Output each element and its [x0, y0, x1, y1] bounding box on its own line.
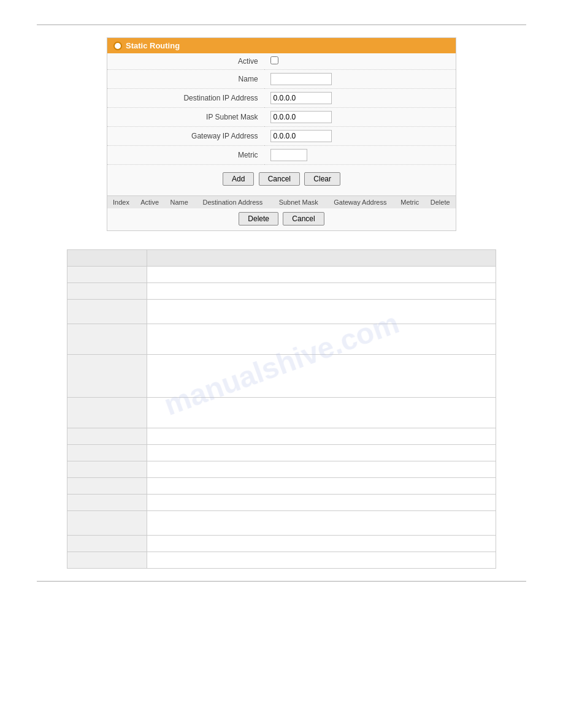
active-checkbox[interactable] [270, 56, 278, 64]
active-row: Active [107, 53, 456, 70]
ref-cell-14-2 [147, 552, 496, 569]
routing-list-table: Index Active Name Destination Address Su… [107, 195, 456, 208]
gateway-input[interactable] [270, 130, 332, 142]
ref-cell-2-1 [67, 283, 147, 300]
ref-cell-12-1 [67, 511, 147, 536]
ref-row-11 [67, 495, 496, 511]
ref-cell-13-2 [147, 536, 496, 552]
panel-title: Static Routing [126, 41, 180, 50]
ref-row-10 [67, 478, 496, 495]
ref-row-14 [67, 552, 496, 569]
ref-cell-11-2 [147, 495, 496, 511]
ref-cell-12-2 [147, 511, 496, 536]
ref-row-7 [67, 428, 496, 445]
metric-input[interactable] [270, 149, 307, 161]
active-value [264, 53, 456, 70]
ref-cell-5-2 [147, 355, 496, 398]
ref-cell-8-2 [147, 445, 496, 461]
dest-ip-row: Destination IP Address [107, 89, 456, 108]
ref-cell-4-1 [67, 324, 147, 355]
cancel-button[interactable]: Cancel [259, 172, 300, 186]
dest-ip-input[interactable] [270, 92, 332, 104]
ref-cell-1-1 [67, 267, 147, 283]
ref-cell-6-2 [147, 398, 496, 428]
ref-cell-9-1 [67, 461, 147, 478]
ref-cell-7-2 [147, 428, 496, 445]
ref-cell-10-2 [147, 478, 496, 495]
ref-cell-5-1 [67, 355, 147, 398]
ref-cell-3-2 [147, 300, 496, 324]
col-dest: Destination Address [194, 196, 272, 209]
name-row: Name [107, 70, 456, 89]
table-cancel-button[interactable]: Cancel [283, 212, 324, 226]
ref-cell-14-1 [67, 552, 147, 569]
col-subnet: Subnet Mask [272, 196, 326, 209]
add-button[interactable]: Add [223, 172, 254, 186]
metric-value [264, 146, 456, 165]
clear-button[interactable]: Clear [304, 172, 340, 186]
ref-row-2 [67, 283, 496, 300]
panel-header: Static Routing [107, 38, 456, 53]
ref-cell-9-2 [147, 461, 496, 478]
ref-row-4 [67, 324, 496, 355]
ref-row-13 [67, 536, 496, 552]
ref-cell-13-1 [67, 536, 147, 552]
col-gateway: Gateway Address [326, 196, 395, 209]
list-table-header: Index Active Name Destination Address Su… [107, 196, 456, 209]
top-divider [37, 25, 526, 25]
ref-row-1 [67, 267, 496, 283]
static-routing-panel: Static Routing Active Name Destination I… [107, 37, 456, 231]
col-name: Name [164, 196, 194, 209]
form-table: Active Name Destination IP Address IP Su… [107, 53, 456, 165]
gateway-row: Gateway IP Address [107, 127, 456, 146]
ref-header-row [67, 250, 496, 267]
subnet-row: IP Subnet Mask [107, 108, 456, 127]
reference-table [67, 249, 496, 569]
gateway-value [264, 127, 456, 146]
ref-header-col1 [67, 250, 147, 267]
delete-button-row: Delete Cancel [107, 208, 456, 230]
subnet-input[interactable] [270, 111, 332, 123]
ref-row-6 [67, 398, 496, 428]
col-active: Active [135, 196, 164, 209]
metric-row: Metric [107, 146, 456, 165]
name-label: Name [107, 70, 264, 89]
ref-header-col2 [147, 250, 496, 267]
subnet-value [264, 108, 456, 127]
ref-cell-3-1 [67, 300, 147, 324]
ref-cell-1-2 [147, 267, 496, 283]
ref-row-8 [67, 445, 496, 461]
panel-status-icon [113, 42, 122, 50]
ref-row-5 [67, 355, 496, 398]
reference-table-wrapper [67, 249, 496, 569]
ref-cell-7-1 [67, 428, 147, 445]
gateway-label: Gateway IP Address [107, 127, 264, 146]
col-metric: Metric [395, 196, 424, 209]
dest-ip-value [264, 89, 456, 108]
ref-row-3 [67, 300, 496, 324]
active-label: Active [107, 53, 264, 70]
name-input[interactable] [270, 73, 332, 85]
ref-cell-2-2 [147, 283, 496, 300]
ref-cell-6-1 [67, 398, 147, 428]
name-value [264, 70, 456, 89]
col-index: Index [107, 196, 135, 209]
ref-cell-10-1 [67, 478, 147, 495]
delete-button[interactable]: Delete [239, 212, 278, 226]
ref-cell-4-2 [147, 324, 496, 355]
form-button-row: Add Cancel Clear [107, 165, 456, 193]
subnet-label: IP Subnet Mask [107, 108, 264, 127]
ref-cell-11-1 [67, 495, 147, 511]
ref-cell-8-1 [67, 445, 147, 461]
ref-row-9 [67, 461, 496, 478]
ref-row-12 [67, 511, 496, 536]
dest-ip-label: Destination IP Address [107, 89, 264, 108]
bottom-divider [37, 581, 526, 582]
col-delete: Delete [424, 196, 456, 209]
metric-label: Metric [107, 146, 264, 165]
